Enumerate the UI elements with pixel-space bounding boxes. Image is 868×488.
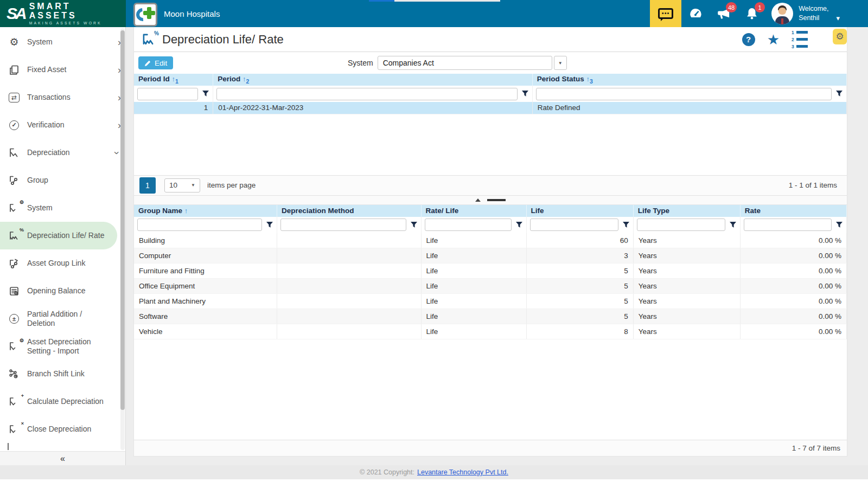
cell-period: 01-Apr-2022-31-Mar-2023 [213, 102, 532, 114]
splitter-collapse-icon[interactable] [475, 198, 481, 202]
filter-input-life[interactable] [530, 219, 618, 231]
column-header-period-id[interactable]: Period Id ↑1 [134, 74, 213, 86]
pager-summary: 1 - 1 of 1 items [789, 181, 837, 189]
filter-input-period[interactable] [216, 88, 517, 100]
filter-funnel-icon[interactable] [835, 221, 843, 229]
filter-funnel-icon[interactable] [410, 221, 418, 229]
sidebar-item-partial-addition-deletion[interactable]: ± Partial Addition / Deletion [0, 305, 125, 332]
group-table-row[interactable]: Vehicle Life 8 Years 0.00 % [134, 324, 847, 339]
sidebar-item-asset-depreciation-setting-import[interactable]: ⚙ Asset Depreciation Setting - Import [0, 332, 125, 360]
brand-name-line2: ASSETS [29, 11, 102, 21]
cell-life: 60 [526, 233, 633, 248]
filter-funnel-icon[interactable] [835, 90, 843, 98]
sidebar-item-depreciation-life-rate[interactable]: % Depreciation Life/ Rate [0, 222, 117, 249]
sidebar-item-depreciation-system[interactable]: ⚙ System [0, 194, 125, 222]
announcements-button[interactable]: 48 [710, 0, 738, 27]
sidebar-item-calculate-depreciation[interactable]: + Calculate Depreciation [0, 388, 125, 415]
sidebar-item-transactions[interactable]: ⇄ Transactions › [0, 84, 125, 111]
cell-life: 5 [526, 279, 633, 294]
brand-tagline: MAKING ASSETS WORK [29, 21, 102, 25]
column-header-life[interactable]: Life [526, 205, 633, 217]
edit-button[interactable]: Edit [138, 56, 173, 69]
sidebar-item-opening-balance[interactable]: Opening Balance [0, 277, 125, 305]
column-header-rate[interactable]: Rate [740, 205, 846, 217]
cell-rate: 0.00 % [740, 309, 846, 324]
help-icon[interactable]: ? [742, 33, 755, 46]
cell-group-name: Furniture and Fitting [134, 264, 277, 279]
group-table-row[interactable]: Plant and Machinery Life 5 Years 0.00 % [134, 294, 847, 309]
page-size-dropdown[interactable]: 10 ▼ [164, 178, 200, 192]
user-avatar[interactable] [771, 3, 793, 24]
toolbar: Edit System Companies Act ▼ [134, 52, 847, 74]
favorite-star-icon[interactable]: ★ [767, 33, 780, 47]
cell-life-type: Years [633, 309, 740, 324]
column-header-group-name[interactable]: Group Name ↑ [134, 205, 277, 217]
page-header: % Depreciation Life/ Rate ? ★ 1 2 3 ⚙ [134, 27, 847, 52]
column-header-life-type[interactable]: Life Type [633, 205, 740, 217]
splitter-dash-icon[interactable] [487, 199, 506, 201]
group-table: Group Name ↑ Depreciation Method Rate/ L… [134, 205, 847, 340]
close-depreciation-icon: × [8, 423, 21, 436]
cell-rate: 0.00 % [740, 248, 846, 264]
sidebar-item-asset-group-link[interactable]: Asset Group Link [0, 249, 125, 277]
sidebar-item-fixed-asset[interactable]: Fixed Asset › [0, 56, 125, 84]
group-table-header-row: Group Name ↑ Depreciation Method Rate/ L… [134, 205, 847, 217]
cell-rate-life: Life [421, 233, 526, 248]
current-page-button[interactable]: 1 [139, 177, 156, 194]
brand-name-line1: SMART [29, 2, 102, 11]
cell-rate: 0.00 % [740, 279, 846, 294]
cell-method [277, 279, 422, 294]
notifications-button[interactable]: 1 [738, 0, 766, 27]
group-table-row[interactable]: Building Life 60 Years 0.00 % [134, 233, 847, 248]
filter-funnel-icon[interactable] [521, 90, 529, 98]
system-dropdown[interactable]: Companies Act [378, 56, 552, 70]
column-header-rate-life[interactable]: Rate/ Life [421, 205, 526, 217]
page-title: Depreciation Life/ Rate [162, 33, 284, 47]
filter-funnel-icon[interactable] [202, 90, 209, 98]
period-table-pager: 1 10 ▼ items per page 1 - 1 of 1 items [134, 175, 847, 196]
filter-funnel-icon[interactable] [729, 221, 737, 229]
column-header-period-status[interactable]: Period Status ↑3 [532, 74, 846, 86]
filter-input-group-name[interactable] [137, 219, 262, 231]
column-header-period[interactable]: Period ↑2 [213, 74, 532, 86]
column-header-depreciation-method[interactable]: Depreciation Method [277, 205, 422, 217]
cell-rate: 0.00 % [740, 233, 846, 248]
sidebar-item-verification[interactable]: ✓ Verification › [0, 111, 125, 139]
sidebar-collapse-button[interactable]: « [0, 451, 125, 465]
sidebar-scrollbar-thumb[interactable] [120, 30, 125, 410]
chat-button[interactable]: ••• [650, 0, 681, 27]
group-table-pager: 1 - 7 of 7 items [134, 440, 847, 456]
group-table-row[interactable]: Computer Life 3 Years 0.00 % [134, 248, 847, 264]
numbered-list-icon[interactable]: 1 2 3 [792, 30, 808, 49]
filter-input-depreciation-method[interactable] [280, 219, 406, 231]
system-label: System [348, 59, 373, 67]
user-menu-caret-icon[interactable]: ▾ [836, 14, 840, 22]
gauge-icon [688, 7, 703, 21]
sidebar-item-close-depreciation[interactable]: × Close Depreciation [0, 415, 125, 443]
splitter-handle[interactable] [134, 196, 847, 205]
group-table-row[interactable]: Software Life 5 Years 0.00 % [134, 309, 847, 324]
sidebar-item-system[interactable]: ⚙ System › [0, 28, 125, 56]
settings-gear-button[interactable]: ⚙ [833, 29, 847, 44]
period-table-row[interactable]: 1 01-Apr-2022-31-Mar-2023 Rate Defined [134, 102, 847, 114]
filter-input-period-id[interactable] [137, 88, 198, 100]
sidebar-item-partial-hidden[interactable] [0, 443, 125, 450]
group-table-row[interactable]: Office Equipment Life 5 Years 0.00 % [134, 279, 847, 294]
sidebar-item-group[interactable]: Group [0, 166, 125, 194]
filter-funnel-icon[interactable] [622, 221, 630, 229]
filter-input-rate[interactable] [744, 219, 832, 231]
filter-funnel-icon[interactable] [266, 221, 273, 229]
group-table-row[interactable]: Furniture and Fitting Life 5 Years 0.00 … [134, 264, 847, 279]
filter-input-rate-life[interactable] [425, 219, 512, 231]
sidebar-item-branch-shift-link[interactable]: Branch Shift Link [0, 360, 125, 388]
announcements-badge: 48 [726, 2, 737, 12]
sidebar-item-depreciation[interactable]: Depreciation › [0, 139, 125, 166]
filter-input-life-type[interactable] [637, 219, 725, 231]
layers-icon [8, 63, 21, 76]
cell-life: 5 [526, 264, 633, 279]
footer-company-link[interactable]: Levantare Technology Pvt Ltd. [417, 468, 508, 476]
filter-funnel-icon[interactable] [515, 221, 523, 229]
dashboard-button[interactable] [681, 0, 710, 27]
system-dropdown-arrow[interactable]: ▼ [554, 56, 567, 70]
filter-input-period-status[interactable] [536, 88, 832, 100]
